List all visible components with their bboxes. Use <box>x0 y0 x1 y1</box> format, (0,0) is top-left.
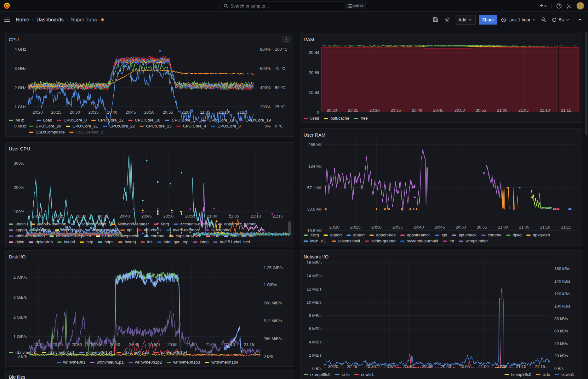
legend-item[interactable]: appstreamcli <box>86 228 116 232</box>
save-dashboard-icon[interactable] <box>431 15 440 24</box>
legend-item[interactable]: dpkg-deb <box>29 240 53 244</box>
legend-item[interactable]: apport <box>346 233 365 237</box>
plot-area[interactable] <box>324 138 579 223</box>
legend-item[interactable]: bluetoothd <box>205 228 231 232</box>
legend-item[interactable]: apport <box>323 233 342 237</box>
legend-item[interactable]: DiscoverNotifier <box>71 222 106 226</box>
user-avatar[interactable] <box>576 2 584 10</box>
breadcrumb-dashboards[interactable]: Dashboards <box>37 17 64 23</box>
legend-item[interactable]: CPU:Core_4 <box>176 124 206 128</box>
legend-item[interactable]: CPU:Core_21 <box>66 124 98 128</box>
legend-item[interactable]: fwupd <box>57 240 75 244</box>
legend-item[interactable]: avahi-daemon: <box>166 228 200 232</box>
legend-item[interactable]: CPU:Core_17 <box>165 118 197 122</box>
legend-item[interactable]: sddm-greeter <box>365 239 396 243</box>
legend-item[interactable]: dpkg <box>506 233 522 237</box>
panel-title[interactable]: User RAM <box>304 132 325 138</box>
legend-item[interactable]: rx:lo <box>335 372 350 377</box>
legend-item[interactable]: canonical-livepatchd <box>96 234 140 238</box>
zoom-out-icon[interactable] <box>539 15 548 24</box>
add-button[interactable]: Add <box>455 15 476 25</box>
legend-item[interactable]: tx:lo <box>536 372 550 377</box>
favorite-star-icon[interactable]: ★ <box>100 16 105 23</box>
legend-item[interactable]: Xorg <box>154 222 169 226</box>
plot-area[interactable] <box>321 43 579 106</box>
collapse-toolbar-icon[interactable] <box>576 16 584 23</box>
legend-item[interactable]: plasmashell <box>332 239 360 243</box>
legend-item[interactable]: CPU:Core_8 <box>211 124 241 128</box>
legend-item[interactable]: dbus-daemon <box>224 234 256 238</box>
legend-item[interactable]: tor <box>443 239 454 243</box>
panel-title[interactable]: CPU <box>9 37 19 42</box>
legend-item[interactable]: MHz <box>9 118 24 122</box>
legend-item[interactable]: CPU:Core_12 <box>91 118 123 122</box>
legend-item[interactable]: CPU:Core_22 <box>103 124 135 128</box>
legend-item[interactable]: intel_gpu_top <box>157 240 188 244</box>
legend-item[interactable]: rx:enp86s0 <box>304 372 330 377</box>
legend-item[interactable]: free <box>354 116 368 121</box>
legend-item[interactable]: rd:nvme0n1 <box>9 350 37 355</box>
legend-item[interactable]: SSD:Composite <box>29 130 65 134</box>
legend-item[interactable]: https <box>98 240 113 244</box>
legend-item[interactable]: CPU:Core_23 <box>140 124 172 128</box>
panel-title[interactable]: Network I/O <box>304 254 328 259</box>
legend-item[interactable]: apport-kde <box>55 228 81 232</box>
legend-item[interactable]: CPU:Core_20 <box>29 124 61 128</box>
legend-item[interactable]: http <box>80 240 93 244</box>
grafana-logo[interactable] <box>3 2 11 9</box>
legend-item[interactable]: cups-browsed <box>169 234 201 238</box>
legend-item[interactable]: chrome <box>144 234 164 238</box>
legend-item[interactable]: buff/cache <box>324 116 349 121</box>
panel-title[interactable]: RAM <box>304 37 314 42</box>
legend-item[interactable]: apt <box>120 228 133 232</box>
legend-item[interactable]: systemd-journald <box>400 239 438 243</box>
legend-item[interactable]: kwin_x11 <box>304 239 327 243</box>
legend-item[interactable]: wr:nvme0n1p2 <box>128 360 162 365</box>
legend-item[interactable]: CPU:Core_18 <box>202 118 234 122</box>
legend-item[interactable]: apport-kde <box>369 233 396 237</box>
news-icon[interactable] <box>566 3 572 9</box>
plot-area[interactable] <box>26 152 291 212</box>
legend-item[interactable]: SSD:Sensor_2 <box>69 130 103 134</box>
plot-area[interactable] <box>29 260 260 340</box>
legend-item[interactable]: wr:nvme0n1p3 <box>167 360 200 365</box>
legend-item[interactable]: wireplumber <box>459 239 488 243</box>
legend-item[interactable]: rd:nvme0n1p2 <box>79 350 112 355</box>
panel-title[interactable]: User CPU <box>9 146 30 151</box>
legend-item[interactable]: dpkg <box>9 240 24 244</box>
mega-menu-toggle-icon[interactable] <box>4 18 10 22</box>
legend-item[interactable]: dpkg-deb <box>526 233 550 237</box>
plot-area[interactable] <box>28 43 254 108</box>
legend-item[interactable]: -bash <box>9 222 26 226</box>
legend-item[interactable]: init <box>140 240 152 244</box>
help-icon[interactable] <box>556 3 562 9</box>
new-menu-button[interactable]: + <box>539 3 547 9</box>
dashboard-settings-icon[interactable] <box>443 15 452 24</box>
legend-item[interactable]: @dbus-daemon <box>31 222 66 226</box>
legend-item[interactable]: appstreamcli <box>400 233 430 237</box>
search-input[interactable]: Search or jump to... ctrl+k <box>220 2 368 10</box>
legend-item[interactable]: Xorg <box>304 233 319 237</box>
legend-item[interactable]: iotop <box>193 240 208 244</box>
legend-item[interactable]: wr:nvme0n1p1 <box>90 360 123 365</box>
legend-item[interactable]: canonical-livepatch <box>49 234 91 238</box>
refresh-picker[interactable]: 5s <box>551 16 570 24</box>
share-button[interactable]: Share <box>479 15 497 25</box>
legend-item[interactable]: apt-check <box>452 233 476 237</box>
legend-item[interactable]: apt-check <box>137 228 162 232</box>
legend-item[interactable]: chrome <box>481 233 501 237</box>
legend-item[interactable]: wr:nvme0n1 <box>57 360 86 365</box>
panel-menu-icon[interactable]: ⋮ <box>282 36 291 43</box>
legend-item[interactable]: apparmor_parser <box>218 222 256 226</box>
legend-item[interactable]: curl <box>206 234 219 238</box>
legend-item[interactable]: wr:nvme0n1p4 <box>205 360 238 365</box>
breadcrumb-home[interactable]: Home <box>16 17 29 23</box>
panel-title[interactable]: Disk I/O <box>9 254 26 259</box>
legend-item[interactable]: Load <box>37 118 52 122</box>
legend-item[interactable]: hwrng <box>118 240 136 244</box>
legend-item[interactable]: tx:enp86s0 <box>505 372 531 377</box>
legend-item[interactable]: CPU:Core_19 <box>239 118 271 122</box>
time-range-picker[interactable]: Last 1 hour <box>500 16 536 24</box>
legend-item[interactable]: tx:wlo1 <box>555 372 574 377</box>
legend-item[interactable]: rd:nvme0n1p1 <box>42 350 75 355</box>
